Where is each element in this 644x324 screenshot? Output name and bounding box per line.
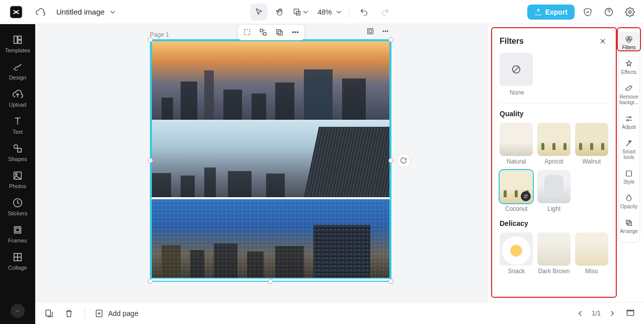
duplicate-button[interactable] — [273, 26, 285, 38]
export-icon — [534, 8, 542, 16]
sidebar-more-button[interactable] — [11, 304, 25, 318]
prop-style[interactable]: Style — [619, 166, 639, 188]
section-title-quality: Quality — [500, 110, 608, 118]
more-icon — [381, 27, 389, 35]
filter-snack[interactable]: Snack — [500, 232, 533, 275]
add-page-icon — [94, 308, 104, 318]
sidebar-item-shapes[interactable]: Shapes — [2, 140, 34, 165]
sidebar-item-label: Frames — [8, 237, 27, 244]
separator — [349, 7, 350, 18]
prop-smart-tools[interactable]: Smart tools — [619, 136, 639, 163]
undo-button[interactable] — [356, 4, 373, 21]
filter-natural[interactable]: Natural — [500, 123, 533, 165]
replace-button[interactable] — [257, 26, 269, 38]
cloud-sync-button[interactable] — [32, 4, 48, 20]
expand-icon — [366, 27, 374, 35]
collage-icon — [12, 252, 23, 263]
filter-light[interactable]: Light — [537, 170, 571, 212]
svg-rect-24 — [368, 29, 373, 34]
filter-dark-brown[interactable]: Dark Brown — [537, 232, 571, 275]
filter-apricot[interactable]: Apricot — [537, 123, 571, 165]
prop-label: Opacity — [620, 204, 637, 209]
prop-filters[interactable]: Filters — [619, 32, 639, 53]
prop-remove-bg[interactable]: Remove backgr... — [619, 81, 639, 108]
cursor-icon — [254, 8, 263, 17]
settings-button[interactable] — [622, 4, 638, 20]
present-button[interactable] — [624, 307, 637, 320]
prop-effects[interactable]: Effects — [619, 56, 639, 78]
filter-adjust-badge[interactable] — [521, 191, 531, 201]
collage-cell-3[interactable] — [151, 199, 390, 279]
photos-icon — [12, 170, 23, 181]
topbar-right: Export — [527, 4, 638, 20]
cursor-tool[interactable] — [250, 4, 267, 21]
add-page-button[interactable]: Add page — [94, 308, 138, 318]
selection-toolbar — [237, 24, 305, 40]
shield-button[interactable] — [580, 4, 596, 20]
resize-handle-tl[interactable] — [148, 37, 153, 42]
stickers-icon — [12, 197, 23, 208]
sidebar-item-templates[interactable]: Templates — [2, 31, 34, 56]
pages-panel-button[interactable] — [42, 307, 55, 320]
resize-tool[interactable] — [292, 4, 309, 21]
sliders-icon — [624, 114, 633, 123]
page-more-button[interactable] — [380, 26, 390, 36]
filter-walnut[interactable]: Walnut — [575, 123, 608, 165]
sliders-icon — [523, 193, 529, 199]
canvas-stage[interactable]: Page 1 — [35, 24, 488, 302]
prop-arrange[interactable]: Arrange — [619, 215, 639, 237]
upload-icon — [12, 89, 23, 100]
close-icon — [599, 37, 607, 45]
zoom-dropdown[interactable]: 48% — [317, 8, 343, 16]
filter-label: Dark Brown — [538, 268, 570, 275]
resize-handle-tr[interactable] — [388, 37, 393, 42]
help-button[interactable] — [601, 4, 617, 20]
resize-handle-ml[interactable] — [148, 158, 153, 163]
trash-icon — [64, 308, 74, 318]
sidebar-item-upload[interactable]: Upload — [2, 86, 34, 111]
svg-point-30 — [526, 195, 527, 196]
document-title-dropdown[interactable]: Untitled image — [56, 8, 117, 16]
collage-cell-1[interactable] — [151, 40, 390, 120]
topbar-center: 48% — [250, 4, 393, 21]
app-logo[interactable] — [6, 2, 26, 22]
filter-label: Snack — [508, 268, 525, 275]
more-button[interactable] — [289, 26, 301, 38]
sidebar-item-design[interactable]: Design — [2, 58, 34, 84]
collage-cell-2[interactable] — [151, 120, 390, 199]
sidebar-item-stickers[interactable]: Stickers — [2, 194, 34, 219]
prop-label: Style — [623, 179, 634, 185]
resize-handle-bl[interactable] — [148, 279, 153, 284]
expand-page-button[interactable] — [365, 26, 375, 36]
prop-adjust[interactable]: Adjust — [619, 111, 639, 133]
svg-point-31 — [525, 197, 526, 198]
filter-miso[interactable]: Miso — [575, 232, 608, 275]
filter-label: Apricot — [544, 158, 563, 165]
duplicate-icon — [275, 28, 284, 37]
prop-opacity[interactable]: Opacity — [619, 191, 639, 212]
export-button[interactable]: Export — [527, 5, 575, 20]
page-indicator: 1/1 — [592, 309, 601, 317]
filter-coconut[interactable]: Coconut — [500, 170, 533, 212]
resize-handle-mr[interactable] — [388, 158, 393, 163]
sidebar-item-frames[interactable]: Frames — [2, 221, 34, 247]
close-panel-button[interactable] — [597, 36, 608, 47]
crop-button[interactable] — [241, 26, 253, 38]
rotate-button[interactable] — [396, 153, 411, 168]
sidebar-item-photos[interactable]: Photos — [2, 167, 34, 192]
filter-none-row: None — [500, 53, 608, 104]
resize-handle-br[interactable] — [388, 279, 393, 284]
canvas-selection[interactable] — [150, 39, 391, 282]
bottombar: Add page 1/1 — [35, 302, 644, 324]
resize-icon — [292, 8, 301, 17]
shapes-icon — [12, 143, 23, 154]
redo-button[interactable] — [377, 4, 394, 21]
rotate-icon — [399, 156, 408, 165]
sidebar-item-text[interactable]: Text — [2, 113, 34, 138]
sidebar-item-collage[interactable]: Collage — [2, 249, 34, 274]
style-icon — [624, 169, 633, 178]
filter-none[interactable] — [500, 53, 533, 86]
chevron-down-icon — [335, 8, 343, 16]
resize-handle-bc[interactable] — [268, 279, 273, 284]
hand-tool[interactable] — [271, 4, 288, 21]
